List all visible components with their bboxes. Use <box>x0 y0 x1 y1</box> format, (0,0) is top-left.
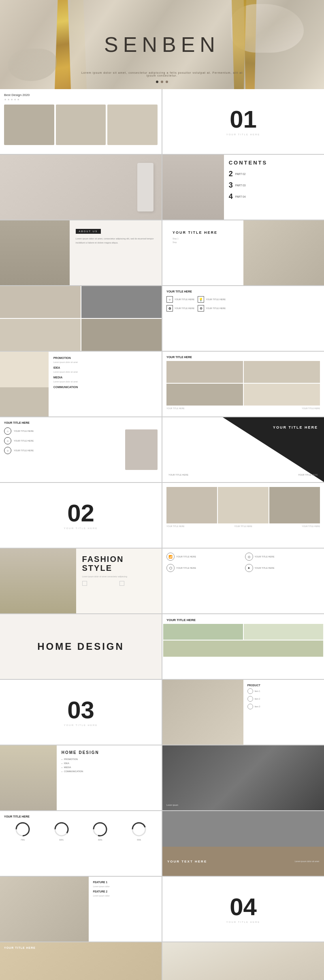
home-design-list-content: HOME DESIGN ● PROMOTION ● IDEA ● MEDIA ●… <box>57 745 162 778</box>
slide-circles-options: YOUR TITLE HERE ○ YOUR TITLE HERE ○ YOUR… <box>0 417 162 482</box>
plants-title: YOUR TITLE HERE <box>166 618 320 622</box>
shape-circle: ◇ <box>245 553 253 561</box>
home-design-big-title: HOME DESIGN <box>37 641 124 652</box>
contents-item-1: 2 PART 02 <box>229 170 319 178</box>
promo-light-image <box>0 387 49 416</box>
plant-img-1 <box>163 624 243 640</box>
option-circle-3: ○ <box>4 447 11 454</box>
slide-chairs <box>0 286 162 351</box>
about-sofa-image <box>0 220 73 285</box>
hex-circle: ⬡ <box>166 564 175 572</box>
number-04: 04 <box>230 895 257 919</box>
stat-2: 60% <box>53 821 70 841</box>
photo-2 <box>218 487 269 523</box>
features-image <box>0 877 89 942</box>
fashion-text: Lorem ipsum dolor sit amet consectetur a… <box>82 575 156 579</box>
best-design-images <box>4 105 158 145</box>
bottle-img-3 <box>166 384 243 406</box>
chairs-grid <box>0 286 162 351</box>
stats-title: YOUR TITLE HERE <box>4 815 158 818</box>
star-circle: ✦ <box>245 564 253 572</box>
stat-circle-4 <box>131 821 147 837</box>
fashion-content-area: FASHION STYLE Lorem ipsum dolor sit amet… <box>76 549 162 613</box>
icon-item-4: ⚙ YOUR TITLE HERE <box>198 305 226 312</box>
comm-label: COMMUNICATION <box>53 386 157 389</box>
slide-your-text-banner: YOUR TEXT HERE Lorem ipsum dolor sit ame… <box>162 811 324 876</box>
icon-item-2: 💡 YOUR TITLE HERE <box>198 296 226 303</box>
bottle-img-4 <box>244 384 320 406</box>
slide-bottles: YOUR TITLE HERE YOUR TITLE HERE YOUR TIT… <box>162 352 324 416</box>
contents-panel: CONTENTS 2 PART 02 3 PART 03 4 PART 04 <box>224 155 324 220</box>
icon-item-3: ✿ YOUR TITLE HERE <box>166 305 194 312</box>
photo-grid-labels: YOUR TITLE HERE YOUR TITLE HERE YOUR TIT… <box>166 525 320 527</box>
fashion-image <box>0 549 78 613</box>
number-02: 02 <box>67 501 94 525</box>
circle-icon-3: ✿ <box>166 305 173 312</box>
slide-plants: YOUR TITLE HERE <box>162 614 324 679</box>
slide-home-design-list: HOME DESIGN ● PROMOTION ● IDEA ● MEDIA ●… <box>0 745 162 810</box>
option-image <box>125 429 158 470</box>
product-icons: Item 1 Item 2 Item 3 <box>247 688 320 709</box>
banner-image <box>162 811 324 847</box>
slide-purifier <box>0 155 162 220</box>
icon-item-1: ○ YOUR TITLE HERE <box>166 296 194 303</box>
bedroom-image <box>162 680 243 745</box>
circle-icon-4: ⚙ <box>198 305 204 312</box>
stat-circle-2 <box>53 821 70 837</box>
slide04-label: YOUR TITLE HERE <box>226 921 260 923</box>
promo-couch-image <box>0 352 49 387</box>
wifi-circle: 📶 <box>166 553 175 561</box>
purifier-shape <box>137 163 153 211</box>
slide-03: 03 YOUR TITLE HERE <box>0 680 162 745</box>
number-01: 01 <box>230 107 257 132</box>
promo-text-area: PROMOTION Lorem ipsum dolor sit amet IDE… <box>49 352 162 395</box>
features-labels: FEATURE 1 Lorem ipsum dolor FEATURE 2 Lo… <box>89 877 162 901</box>
cover-slide: SENBEN Lorem ipsum dolor sit amet, conse… <box>0 0 324 89</box>
icons-row-2: ✿ YOUR TITLE HERE ⚙ YOUR TITLE HERE <box>166 305 320 312</box>
chair-image <box>243 220 324 285</box>
dot-2[interactable] <box>161 81 163 83</box>
your-text-label: YOUR TEXT HERE <box>167 860 207 863</box>
slide01-label: YOUR TITLE HERE <box>226 133 260 136</box>
about-text: Lorem ipsum dolor sit amet, consectetur … <box>76 237 156 245</box>
slide-fashion-style: FASHION STYLE Lorem ipsum dolor sit amet… <box>0 549 162 613</box>
best-design-title: Best Design 2020 <box>4 93 158 97</box>
home-design-list: ● PROMOTION ● IDEA ● MEDIA ● COMMUNICATI… <box>62 757 157 773</box>
slide-about-us: ABOUT US Lorem ipsum dolor sit amet, con… <box>0 220 162 285</box>
plant-img-2 <box>244 624 324 640</box>
stat-circle-1 <box>15 821 31 837</box>
idea-label: IDEA <box>53 366 157 369</box>
beads-title-overlay: YOUR TITLE HERE <box>4 946 36 949</box>
about-tag: ABOUT US <box>76 229 101 234</box>
photo-3 <box>269 487 320 523</box>
product-label: PRODUCT <box>247 684 320 687</box>
slide-04: 04 YOUR TITLE HERE <box>162 877 324 942</box>
dot-3[interactable] <box>166 81 168 83</box>
photo-1 <box>166 487 217 523</box>
dark-sofa-image <box>162 745 324 810</box>
interior-image <box>107 105 158 145</box>
stat-3: 80% <box>92 821 108 841</box>
contents-item-2: 3 PART 03 <box>229 181 319 190</box>
contents-item-3: 4 PART 04 <box>229 192 319 201</box>
sofa-caption: Lorem ipsum <box>166 804 178 806</box>
dot-1[interactable] <box>156 81 158 83</box>
feathers-image <box>162 942 324 980</box>
slide-beads: YOUR TITLE HERE COMMUNICATION PROMOTION <box>0 942 162 980</box>
slide-features: FEATURE 1 Lorem ipsum dolor FEATURE 2 Lo… <box>0 877 162 942</box>
stats-row: 75% 60% 80% 45 <box>4 821 158 841</box>
cover-title: SENBEN <box>104 32 220 57</box>
slide-promo-couch: PROMOTION Lorem ipsum dolor sit amet IDE… <box>0 352 162 416</box>
slide-bedroom-icons: PRODUCT Item 1 Item 2 Item 3 <box>162 680 324 745</box>
wifi-icons-grid: 📶 YOUR TITLE HERE ◇ YOUR TITLE HERE ⬡ YO… <box>166 553 320 572</box>
deer-image <box>4 105 54 145</box>
option-circle-2: ○ <box>4 437 11 444</box>
chair-img-4 <box>81 319 162 351</box>
slide-01: 01 YOUR TITLE HERE <box>162 89 324 154</box>
cover-dots <box>156 81 168 83</box>
slide-your-title-icons: YOUR TITLE HERE ○ YOUR TITLE HERE 💡 YOUR… <box>162 286 324 351</box>
triangle-title: YOUR TITLE HERE <box>273 425 318 429</box>
contents-bg-image <box>162 155 227 220</box>
bedroom-right: PRODUCT Item 1 Item 2 Item 3 <box>243 680 324 713</box>
slides-grid: Best Design 2020 ★ ★ ★ ★ ★ 01 YOUR TITLE… <box>0 89 324 980</box>
